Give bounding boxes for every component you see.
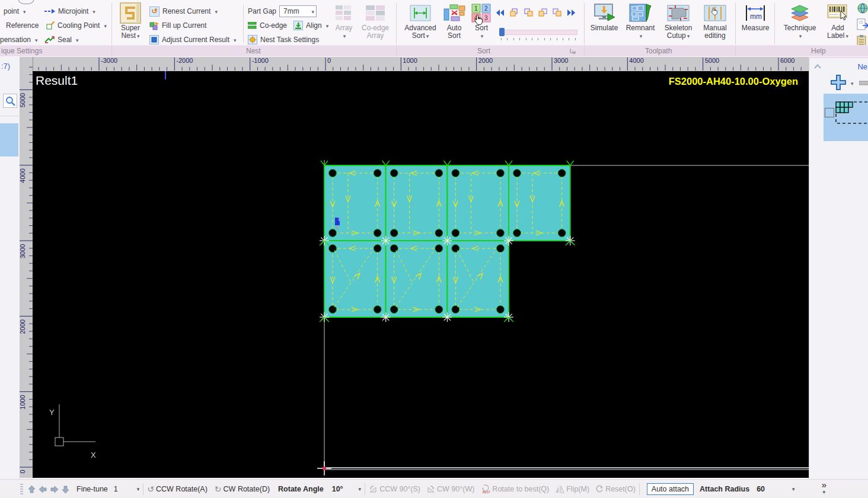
nest-task-settings-button[interactable]: Nest Task Settings (248, 33, 319, 46)
align-button[interactable]: Align (306, 21, 322, 30)
skeleton-cutup-icon (666, 3, 690, 23)
co-edge-button[interactable]: Co-edge (260, 21, 287, 30)
rotate-best-button: Rotate to best(Q) (492, 485, 549, 493)
manual-editing-label: editing (704, 31, 725, 40)
globe-icon[interactable] (856, 2, 868, 14)
attach-radius-value[interactable]: 60 (757, 485, 765, 493)
left-tab-label[interactable]: :7) (1, 62, 10, 71)
cooling-point-button[interactable]: Cooling Point (46, 19, 107, 32)
canvas-area[interactable]: YX Result1 FS2000-AH40-10.00-Oxygen (33, 71, 809, 478)
rotate-angle-value[interactable]: 10° (332, 485, 343, 493)
move-up-icon[interactable] (28, 486, 36, 493)
ccw-rotate-button[interactable]: CCW Rotate(A) (156, 485, 208, 493)
super-nest-icon (120, 2, 141, 24)
fine-tune-label: Fine-tune (76, 485, 108, 493)
advanced-sort-icon (409, 4, 432, 23)
measure-button[interactable]: mm Measure (739, 2, 772, 32)
nest-result-item[interactable] (824, 94, 868, 141)
ribbon: point Reference pensation Microjoint Coo… (0, 0, 868, 57)
fine-tune-value[interactable]: 1 (114, 485, 118, 493)
step-back-icon[interactable] (524, 8, 533, 17)
advanced-sort-button[interactable]: Advanced Sort (402, 2, 439, 40)
step-forward-multi-icon[interactable] (553, 8, 561, 17)
step-forward-icon[interactable] (538, 8, 547, 17)
super-nest-button[interactable]: Super Nest (116, 2, 145, 40)
part-gap-field: Part Gap 7mm (248, 5, 317, 18)
fine-tune-caret-icon[interactable]: ▾ (137, 486, 140, 492)
seal-icon (44, 36, 55, 43)
cw-rotate-button[interactable]: CW Rotate(D) (224, 485, 270, 493)
adjust-current-result-icon (149, 35, 159, 44)
dropdown-caret-icon (137, 31, 140, 40)
start-point-button[interactable]: point (4, 5, 26, 18)
auto-sort-button[interactable]: Auto Sort (441, 2, 467, 40)
fill-up-current-label: Fill up Current (162, 21, 206, 30)
ccw-90-icon (369, 485, 378, 493)
sort-progress-slider[interactable] (499, 30, 577, 35)
step-back-multi-icon[interactable] (510, 8, 519, 17)
remnant-button[interactable]: Remnant (624, 2, 657, 40)
report-icon[interactable] (856, 18, 868, 31)
add-nest-caret-icon[interactable] (851, 81, 854, 87)
manual-editing-button[interactable]: Manual editing (698, 2, 732, 40)
seal-button[interactable]: Seal (44, 33, 79, 46)
technique-label: Technique (784, 24, 816, 32)
cooling-point-icon (46, 21, 55, 30)
group-label-technique-settings: ique Settings (1, 47, 42, 55)
add-label-button[interactable]: Add Label (822, 2, 854, 40)
slider-thumb[interactable] (499, 28, 505, 36)
dropdown-caret-icon (799, 31, 802, 40)
add-nest-plus-icon[interactable] (829, 74, 847, 91)
left-selected-tab[interactable] (0, 123, 18, 157)
move-down-icon[interactable] (62, 486, 69, 493)
nest-canvas[interactable]: YX (33, 71, 809, 478)
array-icon (335, 5, 353, 21)
toolbar-drag-handle[interactable] (20, 484, 23, 494)
simulate-button[interactable]: Simulate (587, 2, 621, 32)
part-gap-combo[interactable]: 7mm (279, 5, 317, 17)
dropdown-caret-icon (76, 36, 79, 44)
skeleton-cutup-button[interactable]: Skeleton Cutup (660, 2, 696, 40)
svg-text:mm: mm (750, 12, 762, 21)
array-button: Array (331, 2, 357, 40)
zoom-tool-button[interactable] (3, 94, 17, 108)
toolbar-overflow-button[interactable]: » ▾ (822, 481, 826, 496)
dropdown-caret-icon (481, 31, 484, 40)
part-hole (452, 170, 459, 177)
svg-text:6000: 6000 (780, 57, 794, 64)
rotate-angle-caret-icon[interactable]: ▾ (359, 486, 362, 492)
last-part-icon[interactable] (567, 9, 576, 17)
svg-text:5000: 5000 (20, 93, 26, 107)
auto-attach-toggle[interactable]: Auto attach (647, 483, 694, 495)
reference-button[interactable]: Reference (6, 19, 39, 32)
clipboard-icon[interactable] (856, 35, 868, 45)
part-hole (558, 229, 566, 237)
compensation-button[interactable]: pensation (0, 33, 38, 46)
move-left-icon[interactable] (39, 486, 47, 493)
renest-current-button[interactable]: ↺ Renest Current (149, 5, 218, 18)
svg-text:2000: 2000 (478, 57, 493, 64)
part-hole (435, 229, 443, 237)
part-hole (374, 245, 381, 253)
dropdown-caret-icon (343, 31, 346, 40)
fill-up-current-button[interactable]: Fill up Current (149, 19, 206, 32)
part-hole (329, 245, 337, 253)
group-separator (584, 3, 585, 44)
align-icon (293, 21, 303, 30)
svg-text:0: 0 (20, 470, 26, 473)
adjust-current-result-button[interactable]: Adjust Current Result (149, 33, 237, 46)
nest-result-checkbox[interactable] (825, 108, 834, 117)
co-edge-array-label: Co-edge (362, 24, 389, 32)
remove-nest-minus-icon[interactable] (859, 81, 868, 85)
sort-dialog-launcher-icon[interactable] (569, 47, 576, 55)
attach-radius-caret-icon[interactable]: ▾ (792, 486, 795, 492)
technique-button[interactable]: Technique (780, 2, 819, 40)
collapse-chevron-up-icon[interactable] (814, 64, 821, 69)
axis-origin-box (55, 438, 63, 446)
adjust-current-result-label: Adjust Current Result (162, 36, 229, 44)
microjoint-button[interactable]: Microjoint (44, 5, 95, 18)
move-right-icon[interactable] (50, 486, 58, 493)
cw-90-icon (426, 485, 435, 493)
group-separator (396, 3, 397, 44)
first-part-icon[interactable] (496, 9, 505, 17)
